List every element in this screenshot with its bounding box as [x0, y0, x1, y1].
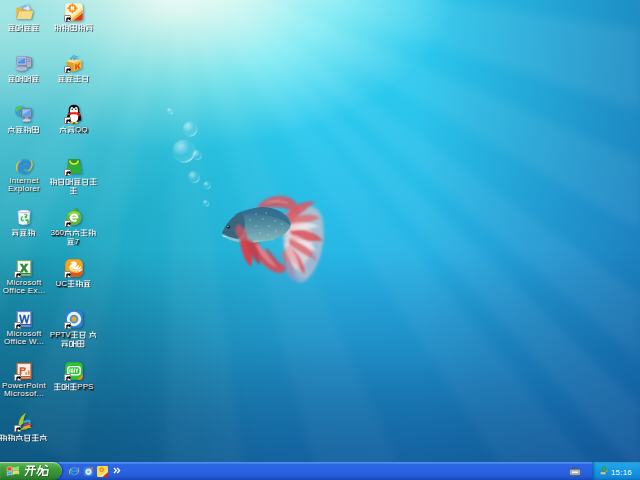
svg-text:UC: UC: [55, 279, 67, 288]
svg-text:360: 360: [50, 228, 64, 237]
svg-text:PPS: PPS: [77, 382, 93, 391]
svg-text:7: 7: [75, 237, 80, 246]
svg-text:QQ: QQ: [75, 125, 87, 134]
svg-text:PPTV: PPTV: [49, 330, 71, 339]
